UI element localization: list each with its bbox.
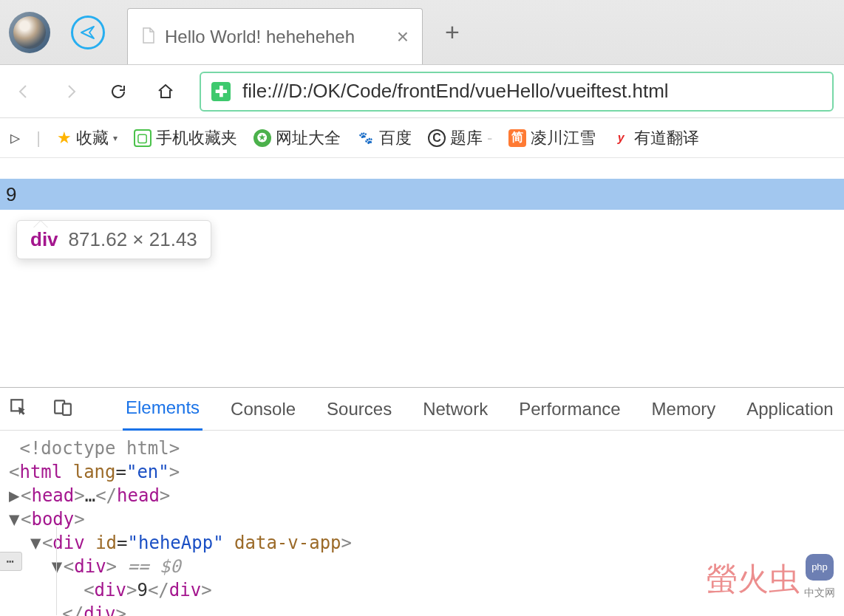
tooltip-tag: div: [30, 228, 58, 251]
browser-tab[interactable]: Hello World! heheheheh ×: [127, 8, 423, 64]
bookmark-mobile-fav[interactable]: ▢手机收藏夹: [134, 127, 237, 149]
sidebar-toggle-icon[interactable]: ▷: [10, 129, 20, 147]
bookmark-lingchuan[interactable]: 简凌川江雪: [508, 127, 596, 149]
jian-icon: 简: [508, 129, 526, 147]
inspected-element[interactable]: 9: [0, 179, 844, 210]
devtools-panel: Elements Console Sources Network Perform…: [0, 387, 844, 616]
security-shield-icon: ✚: [211, 82, 231, 101]
bookmark-tiku[interactable]: C题库 -: [428, 127, 492, 149]
new-tab-button[interactable]: +: [445, 18, 460, 47]
paw-icon: 🐾: [357, 129, 375, 147]
tab-sources[interactable]: Sources: [324, 389, 395, 430]
tab-console[interactable]: Console: [228, 389, 299, 430]
watermark: 螢火虫 php 中文网: [707, 554, 835, 604]
page-icon: [141, 27, 156, 47]
url-text: file:///D:/OK/Code/frontEnd/vueHello/vue…: [242, 80, 669, 103]
tab-memory[interactable]: Memory: [649, 389, 719, 430]
bookmark-youdao[interactable]: y有道翻译: [612, 127, 699, 149]
tab-performance[interactable]: Performance: [516, 389, 623, 430]
tab-elements[interactable]: Elements: [123, 387, 203, 431]
bookmark-baidu[interactable]: 🐾百度: [357, 127, 412, 149]
user-avatar[interactable]: [9, 12, 50, 53]
inspect-tooltip: div 871.62 × 21.43: [16, 220, 211, 259]
inspect-tool-icon[interactable]: [9, 397, 28, 421]
forward-button[interactable]: [58, 78, 84, 105]
youdao-icon: y: [612, 129, 630, 147]
page-viewport: 9 div 871.62 × 21.43: [0, 158, 844, 387]
bookmarks-bar: ▷ | ★收藏 ▾ ▢手机收藏夹 ✪网址大全 🐾百度 C题库 - 简凌川江雪 y…: [0, 118, 844, 158]
bookmark-sites[interactable]: ✪网址大全: [253, 127, 341, 149]
reload-button[interactable]: [105, 78, 132, 105]
svg-rect-2: [63, 403, 71, 414]
chevron-down-icon: ▾: [113, 133, 118, 143]
bookmark-favorites[interactable]: ★收藏 ▾: [57, 127, 118, 149]
page-value: 9: [6, 183, 16, 206]
tab-application[interactable]: Application: [743, 389, 836, 430]
close-tab-button[interactable]: ×: [397, 25, 409, 49]
tab-bar: Hello World! heheheheh × +: [0, 0, 844, 65]
circle-c-icon: C: [428, 129, 446, 147]
dom-tree[interactable]: ⋯ <!doctype html> <html lang="en"> ▶<hea…: [0, 431, 844, 616]
mobile-icon: ▢: [134, 129, 152, 147]
address-bar: ✚ file:///D:/OK/Code/frontEnd/vueHello/v…: [0, 65, 844, 118]
device-toggle-icon[interactable]: [53, 397, 72, 421]
tooltip-dimensions: 871.62 × 21.43: [69, 228, 197, 251]
tab-network[interactable]: Network: [420, 389, 491, 430]
globe-icon: ✪: [253, 129, 271, 147]
more-actions-button[interactable]: ⋯: [0, 552, 22, 571]
url-input[interactable]: ✚ file:///D:/OK/Code/frontEnd/vueHello/v…: [200, 72, 834, 112]
devtools-tabs: Elements Console Sources Network Perform…: [0, 388, 844, 431]
tab-title: Hello World! heheheheh: [165, 27, 384, 47]
home-button[interactable]: [152, 78, 179, 105]
star-icon: ★: [57, 129, 72, 148]
navigate-icon[interactable]: [71, 16, 105, 49]
back-button[interactable]: [10, 78, 37, 105]
